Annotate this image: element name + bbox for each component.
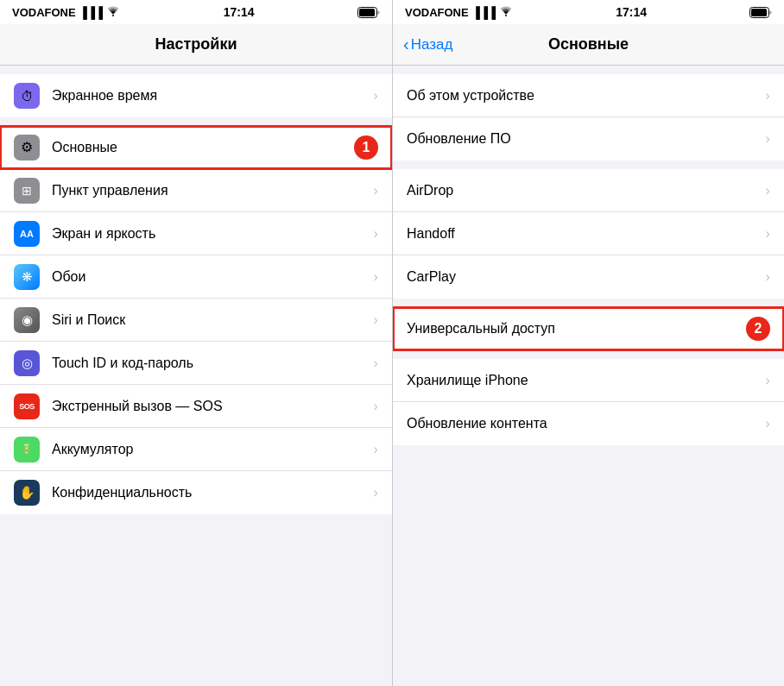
status-bar-left: VODAFONE ▐▐▐ 17:14 — [0, 0, 392, 24]
section-airdrop: AirDrop › Handoff › CarPlay › — [393, 169, 784, 299]
battery-label: Аккумулятор — [52, 442, 373, 457]
row-accessibility[interactable]: Универсальный доступ 2 — [393, 307, 784, 350]
airdrop-label: AirDrop — [407, 183, 765, 198]
display-label: Экран и яркость — [52, 226, 373, 242]
row-software-update[interactable]: Обновление ПО › — [393, 117, 784, 160]
general-badge: 1 — [354, 135, 378, 160]
svg-point-0 — [112, 15, 114, 16]
settings-list-left: ⏱ Экранное время › ⚙ Основные 1 ⊞ — [0, 66, 392, 686]
signal-icon-right: ▐▐▐ — [472, 6, 496, 19]
row-bg-refresh[interactable]: Обновление контента › — [393, 402, 784, 445]
row-sos[interactable]: SOS Экстренный вызов — SOS › — [0, 385, 392, 428]
back-label: Назад — [411, 36, 453, 53]
software-update-label: Обновление ПО — [407, 131, 765, 147]
privacy-icon: ✋ — [14, 480, 40, 506]
nav-title-right: Основные — [548, 35, 629, 53]
row-privacy[interactable]: ✋ Конфиденциальность › — [0, 471, 392, 514]
siri-icon: ◉ — [14, 307, 40, 333]
wifi-icon-right — [499, 6, 513, 19]
svg-rect-2 — [359, 9, 375, 16]
touchid-icon: ◎ — [14, 350, 40, 376]
row-display[interactable]: AA Экран и яркость › — [0, 212, 392, 255]
row-wallpaper[interactable]: ❋ Обои › — [0, 255, 392, 299]
right-phone: VODAFONE ▐▐▐ 17:14 ‹ Назад — [392, 0, 784, 686]
svg-point-3 — [505, 15, 507, 16]
screen-time-icon: ⏱ — [14, 83, 40, 109]
section-accessibility: Универсальный доступ 2 — [393, 307, 784, 350]
accessibility-badge: 2 — [746, 317, 770, 341]
row-iphone-storage[interactable]: Хранилище iPhone › — [393, 359, 784, 402]
sos-icon: SOS — [14, 393, 40, 419]
carrier-right: VODAFONE — [405, 6, 469, 19]
left-phone: VODAFONE ▐▐▐ 17:14 Настройки — [0, 0, 392, 686]
settings-list-right: Об этом устройстве › Обновление ПО › Air… — [393, 66, 784, 686]
section-storage: Хранилище iPhone › Обновление контента › — [393, 359, 784, 445]
display-icon: AA — [14, 221, 40, 247]
wifi-icon-left — [106, 6, 120, 19]
iphone-storage-chevron: › — [765, 372, 770, 389]
row-general[interactable]: ⚙ Основные 1 — [0, 126, 392, 169]
svg-rect-5 — [751, 9, 767, 16]
section-general: ⚙ Основные 1 ⊞ Пункт управления › AA Экр… — [0, 126, 392, 514]
section-about: Об этом устройстве › Обновление ПО › — [393, 74, 784, 160]
wallpaper-icon: ❋ — [14, 264, 40, 290]
battery-icon: 🔋 — [14, 437, 40, 463]
nav-title-left: Настройки — [155, 35, 237, 53]
siri-label: Siri и Поиск — [52, 312, 373, 328]
row-battery[interactable]: 🔋 Аккумулятор › — [0, 428, 392, 471]
about-label: Об этом устройстве — [407, 88, 765, 104]
control-center-icon: ⊞ — [14, 178, 40, 204]
row-about[interactable]: Об этом устройстве › — [393, 74, 784, 117]
bg-refresh-chevron: › — [765, 415, 770, 432]
back-button[interactable]: ‹ Назад — [403, 35, 452, 54]
back-chevron-icon: ‹ — [403, 35, 409, 54]
bg-refresh-label: Обновление контента — [407, 416, 765, 431]
airdrop-chevron: › — [765, 182, 770, 199]
general-label: Основные — [52, 140, 347, 155]
touchid-label: Touch ID и код-пароль — [52, 356, 373, 371]
row-control-center[interactable]: ⊞ Пункт управления › — [0, 169, 392, 212]
software-update-chevron: › — [765, 130, 770, 148]
battery-right — [749, 7, 772, 18]
nav-header-right: ‹ Назад Основные — [393, 24, 784, 66]
signal-icon-left: ▐▐▐ — [79, 6, 104, 19]
status-bar-right: VODAFONE ▐▐▐ 17:14 — [393, 0, 784, 24]
handoff-label: Handoff — [407, 226, 765, 242]
screen-time-chevron: › — [373, 87, 378, 104]
row-touchid[interactable]: ◎ Touch ID и код-пароль › — [0, 342, 392, 385]
sos-label: Экстренный вызов — SOS — [52, 399, 373, 414]
row-screen-time[interactable]: ⏱ Экранное время › — [0, 74, 392, 117]
screen-time-label: Экранное время — [52, 88, 373, 104]
time-right: 17:14 — [616, 5, 647, 19]
status-left: VODAFONE ▐▐▐ — [12, 6, 120, 19]
status-right-left: VODAFONE ▐▐▐ — [405, 6, 513, 19]
time-left: 17:14 — [224, 5, 255, 19]
handoff-chevron: › — [765, 225, 770, 242]
wallpaper-label: Обои — [52, 269, 373, 285]
carplay-chevron: › — [765, 268, 770, 286]
nav-header-left: Настройки — [0, 24, 392, 66]
accessibility-label: Универсальный доступ — [407, 321, 739, 337]
carrier-left: VODAFONE — [12, 6, 76, 19]
row-carplay[interactable]: CarPlay › — [393, 255, 784, 299]
control-center-label: Пункт управления — [52, 183, 373, 198]
carplay-label: CarPlay — [407, 269, 765, 285]
row-siri[interactable]: ◉ Siri и Поиск › — [0, 299, 392, 342]
battery-left — [357, 7, 380, 18]
iphone-storage-label: Хранилище iPhone — [407, 373, 765, 388]
privacy-label: Конфиденциальность — [52, 485, 373, 500]
about-chevron: › — [765, 87, 770, 104]
row-handoff[interactable]: Handoff › — [393, 212, 784, 255]
row-airdrop[interactable]: AirDrop › — [393, 169, 784, 212]
section-screen-time: ⏱ Экранное время › — [0, 74, 392, 117]
general-icon: ⚙ — [14, 135, 40, 160]
